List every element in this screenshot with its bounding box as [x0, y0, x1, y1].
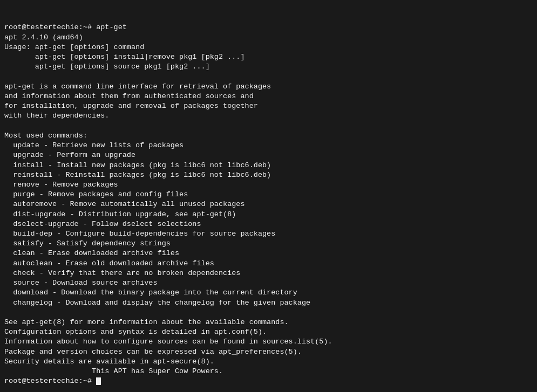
cursor: [96, 377, 101, 385]
terminal-window[interactable]: root@testertechie:~# apt-get apt 2.4.10 …: [0, 0, 537, 392]
terminal-output: root@testertechie:~# apt-get apt 2.4.10 …: [4, 23, 533, 386]
